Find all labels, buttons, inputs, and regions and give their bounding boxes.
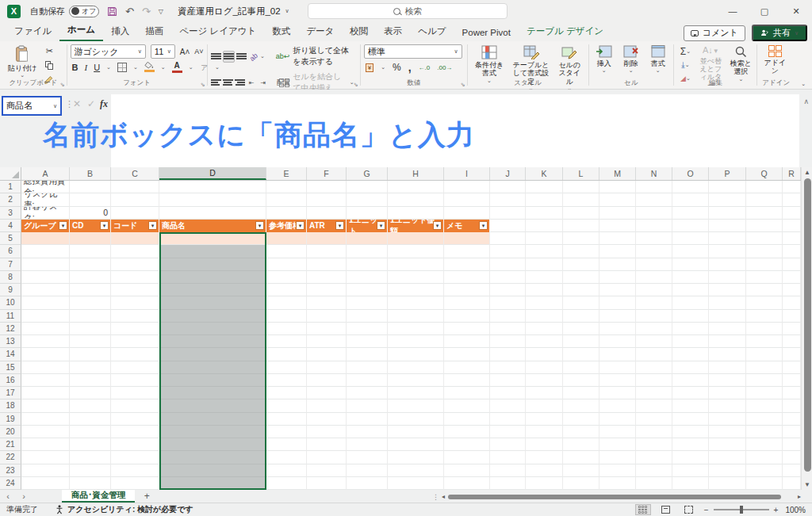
cell-Q23[interactable] [746, 464, 783, 477]
cell-M24[interactable] [599, 477, 636, 490]
cell-N2[interactable] [636, 193, 672, 206]
cell-P15[interactable] [709, 361, 746, 374]
cell-R13[interactable] [783, 335, 801, 348]
cell-G10[interactable] [347, 296, 388, 309]
insert-cells-button[interactable]: 挿入 ⌄ [591, 44, 618, 74]
cell-L18[interactable] [563, 399, 599, 412]
cell-J10[interactable] [490, 296, 526, 309]
borders-icon[interactable] [117, 63, 127, 72]
cell-M9[interactable] [599, 284, 636, 296]
cell-F1[interactable] [307, 181, 347, 193]
cell-D5[interactable] [159, 232, 266, 245]
horizontal-scrollbar[interactable]: ⋮ ◂ ▸ [432, 493, 801, 500]
cell-M18[interactable] [599, 399, 636, 412]
row-header-5[interactable]: 5 [0, 232, 21, 245]
cell-B10[interactable] [70, 296, 111, 309]
cell-H1[interactable] [388, 181, 444, 193]
cell-J20[interactable] [490, 426, 526, 438]
document-title[interactable]: 資産運用ログ_記事用_02 ∨ [178, 6, 289, 17]
cell-E24[interactable] [266, 477, 307, 490]
row-header-1[interactable]: 1 [0, 181, 21, 193]
cell-M20[interactable] [599, 426, 636, 438]
wrap-text-button[interactable]: ab↩ 折り返して全体を表示する [274, 44, 357, 68]
cell-C20[interactable] [111, 426, 159, 438]
cell-M11[interactable] [599, 310, 636, 323]
cell-O2[interactable] [672, 193, 709, 206]
cell-N23[interactable] [636, 464, 672, 477]
cell-H7[interactable] [388, 258, 444, 271]
cell-M14[interactable] [599, 348, 636, 361]
tab-file[interactable]: ファイル [6, 22, 59, 41]
cell-E20[interactable] [266, 426, 307, 438]
cell-N22[interactable] [636, 451, 672, 464]
cell-H2[interactable] [388, 193, 444, 206]
font-color-chevron-icon[interactable]: ⌄ [189, 66, 193, 69]
cell-I2[interactable] [444, 193, 490, 206]
cell-M8[interactable] [599, 271, 636, 284]
scroll-right-icon[interactable]: ▸ [798, 493, 801, 500]
cell-O20[interactable] [672, 426, 709, 438]
tab-view[interactable]: 表示 [376, 22, 410, 41]
font-color-icon[interactable]: A [172, 62, 182, 73]
tab-home[interactable]: ホーム [59, 21, 103, 41]
cell-J2[interactable] [490, 193, 526, 206]
cell-F5[interactable] [307, 232, 347, 245]
cancel-icon[interactable]: ✕ [73, 98, 81, 109]
cell-L21[interactable] [563, 438, 599, 451]
cell-F7[interactable] [307, 258, 347, 271]
row-header-9[interactable]: 9 [0, 284, 21, 296]
cell-R9[interactable] [783, 284, 801, 296]
redo-icon[interactable]: ↷ [142, 6, 151, 17]
cell-A4[interactable]: グループ▾ [21, 220, 70, 232]
cell-D13[interactable] [159, 335, 266, 348]
cell-L11[interactable] [563, 310, 599, 323]
cell-C22[interactable] [111, 451, 159, 464]
cell-K7[interactable] [526, 258, 563, 271]
cell-H22[interactable] [388, 451, 444, 464]
cell-N9[interactable] [636, 284, 672, 296]
cell-O6[interactable] [672, 245, 709, 258]
cell-M16[interactable] [599, 374, 636, 387]
cell-A15[interactable] [21, 361, 70, 374]
cell-N17[interactable] [636, 387, 672, 399]
cell-R6[interactable] [783, 245, 801, 258]
find-select-button[interactable]: 検索と選択 ⌄ [726, 44, 755, 82]
cell-B5[interactable] [70, 232, 111, 245]
row-header-22[interactable]: 22 [0, 451, 21, 464]
cell-E21[interactable] [266, 438, 307, 451]
tab-data[interactable]: データ [298, 22, 342, 41]
cell-J15[interactable] [490, 361, 526, 374]
cell-N3[interactable] [636, 207, 672, 220]
cell-N12[interactable] [636, 323, 672, 335]
cell-R16[interactable] [783, 374, 801, 387]
cell-O10[interactable] [672, 296, 709, 309]
cell-A17[interactable] [21, 387, 70, 399]
cell-P11[interactable] [709, 310, 746, 323]
cell-R24[interactable] [783, 477, 801, 490]
cell-J7[interactable] [490, 258, 526, 271]
cell-R18[interactable] [783, 399, 801, 412]
cell-H6[interactable] [388, 245, 444, 258]
cell-I11[interactable] [444, 310, 490, 323]
cell-N10[interactable] [636, 296, 672, 309]
cell-I16[interactable] [444, 374, 490, 387]
cell-J8[interactable] [490, 271, 526, 284]
cell-R4[interactable] [783, 220, 801, 232]
font-dialog-launcher-icon[interactable]: ⇘ [201, 82, 205, 88]
cell-B7[interactable] [70, 258, 111, 271]
cell-B4[interactable]: CD▾ [70, 220, 111, 232]
cell-R8[interactable] [783, 271, 801, 284]
cell-G6[interactable] [347, 245, 388, 258]
cell-D23[interactable] [159, 464, 266, 477]
borders-chevron-icon[interactable]: ⌄ [133, 66, 138, 69]
cell-A9[interactable] [21, 284, 70, 296]
filter-button-I[interactable]: ▾ [479, 221, 488, 230]
cell-G17[interactable] [347, 387, 388, 399]
alignment-dialog-launcher-icon[interactable]: ⇘ [354, 82, 358, 88]
cell-A22[interactable] [21, 451, 70, 464]
row-header-10[interactable]: 10 [0, 296, 21, 309]
cell-G21[interactable] [347, 438, 388, 451]
cell-L3[interactable] [563, 207, 599, 220]
cell-K16[interactable] [526, 374, 563, 387]
cell-D12[interactable] [159, 323, 266, 335]
